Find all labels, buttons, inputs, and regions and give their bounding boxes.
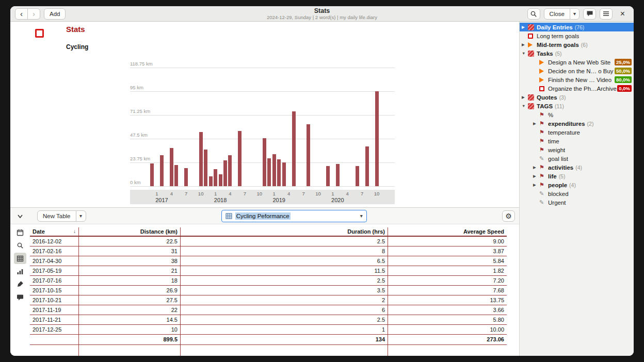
new-table-dropdown-button[interactable]: ▾ — [76, 210, 86, 222]
add-button[interactable]: Add — [44, 8, 66, 20]
tree-item-weight[interactable]: ⚑weight — [520, 145, 634, 154]
expander-icon[interactable]: ▶ — [522, 42, 528, 47]
column-header-duration-hrs[interactable]: Duration (hrs) — [181, 227, 388, 237]
forward-button[interactable]: › — [27, 8, 40, 20]
table-cell[interactable]: 3.5 — [181, 286, 388, 295]
table-cell[interactable]: 27.5 — [79, 295, 181, 305]
left-stack: Stats Cycling 0 km23.75 km47.5 km71.25 k… — [10, 22, 519, 356]
table-cell[interactable]: 2.5 — [181, 315, 388, 325]
table-cell[interactable]: 2016-12-02 — [30, 237, 79, 246]
annotation-view-button[interactable] — [14, 291, 26, 303]
table-cell[interactable]: 5.80 — [388, 315, 507, 325]
table-cell[interactable]: 7.68 — [388, 286, 507, 295]
chart-bar — [223, 160, 227, 186]
table-cell[interactable]: 6.5 — [181, 256, 388, 266]
tree-item-activities[interactable]: ▶⚑activities(4) — [520, 163, 634, 172]
table-cell[interactable]: 2.5 — [181, 276, 388, 286]
table-cell[interactable]: 22 — [79, 305, 181, 315]
expander-icon[interactable]: ▶ — [533, 165, 539, 170]
table-cell[interactable]: 1.82 — [388, 266, 507, 276]
table-cell[interactable]: 2 — [181, 295, 388, 305]
table-cell[interactable]: 9.00 — [388, 237, 507, 246]
tag-icon: ⚑ — [539, 120, 546, 127]
tree-item-decide-on-the-n-o-buy[interactable]: Decide on the N… o Buy50,0% — [520, 67, 634, 75]
expander-icon[interactable]: ▶ — [533, 121, 539, 126]
new-table-button[interactable]: New Table — [37, 210, 76, 222]
tree-item-finish-the-new-video[interactable]: Finish the New … Video80,0% — [520, 75, 634, 84]
table-cell[interactable]: 31 — [79, 246, 181, 256]
y-axis-label: 0 km — [130, 179, 144, 186]
table-cell[interactable]: 5.84 — [388, 256, 507, 266]
expander-icon[interactable]: ▶ — [522, 95, 528, 100]
table-cell[interactable]: 14.5 — [79, 315, 181, 325]
tree-item-blocked[interactable]: ✎blocked — [520, 189, 634, 198]
chart-gridline — [130, 91, 395, 92]
chart-view-button[interactable] — [14, 266, 26, 277]
tree-item-temperature[interactable]: ⚑temperature — [520, 128, 634, 137]
collapse-panel-button[interactable] — [14, 210, 26, 222]
tree-item-design-a-new-web-site[interactable]: Design a New Web Site25,0% — [520, 58, 634, 67]
table-cell[interactable]: 10 — [79, 325, 181, 335]
table-cell[interactable]: 2017-12-25 — [30, 325, 79, 335]
menu-button[interactable] — [600, 8, 613, 20]
table-cell[interactable]: 26.9 — [79, 286, 181, 295]
table-settings-button[interactable]: ⚙ — [502, 210, 515, 222]
tree-item-quotes[interactable]: ▶Quotes(3) — [520, 93, 634, 102]
table-cell[interactable]: 2017-11-19 — [30, 305, 79, 315]
tree-item-tags[interactable]: ▼TAGS(11) — [520, 102, 634, 110]
table-cell[interactable]: 2017-04-30 — [30, 256, 79, 266]
expander-icon[interactable]: ▼ — [522, 104, 528, 108]
close-dropdown-button[interactable]: ▾ — [570, 8, 579, 20]
entry-icon — [528, 103, 535, 109]
table-cell[interactable]: 13.75 — [388, 295, 507, 305]
tree-item-%[interactable]: ⚑% — [520, 110, 634, 119]
search-view-button[interactable] — [14, 240, 26, 251]
tree-item-goal-list[interactable]: ✎goal list — [520, 154, 634, 163]
table-cell[interactable]: 2017-07-16 — [30, 276, 79, 286]
column-header-date[interactable]: Date↓ — [30, 227, 79, 237]
table-cell[interactable]: 2017-11-21 — [30, 315, 79, 325]
back-button[interactable]: ‹ — [15, 8, 28, 20]
calendar-view-button[interactable] — [14, 227, 26, 238]
table-cell[interactable]: 22.5 — [79, 237, 181, 246]
expander-icon[interactable]: ▶ — [533, 183, 539, 187]
table-cell[interactable]: 3.66 — [388, 305, 507, 315]
table-cell[interactable]: 2017-10-21 — [30, 295, 79, 305]
table-cell[interactable]: 2017-02-16 — [30, 246, 79, 256]
table-cell[interactable]: 11.5 — [181, 266, 388, 276]
table-cell[interactable]: 10.00 — [388, 325, 507, 335]
tree-item-daily-entries[interactable]: ▶Daily Entries(76) — [520, 23, 634, 31]
table-cell[interactable]: 7.20 — [388, 276, 507, 286]
close-entry-button[interactable]: Close — [544, 8, 570, 20]
expander-icon[interactable]: ▶ — [522, 25, 528, 29]
tree-item-organize-the-ph-archive[interactable]: Organize the Ph…Archive0,0% — [520, 84, 634, 93]
table-cell[interactable]: 2017-05-19 — [30, 266, 79, 276]
tree-item-tasks[interactable]: ▼Tasks(5) — [520, 49, 634, 58]
theme-view-button[interactable] — [14, 278, 26, 290]
table-cell[interactable]: 38 — [79, 256, 181, 266]
tree-item-life[interactable]: ▶⚑life(5) — [520, 172, 634, 180]
table-selector-combo[interactable]: Cycling Peformance ▾ — [221, 210, 367, 222]
table-cell[interactable]: 1 — [181, 325, 388, 335]
table-cell[interactable]: 6 — [181, 305, 388, 315]
expander-icon[interactable]: ▶ — [533, 174, 539, 178]
tree-item-long-term-goals[interactable]: Long term goals — [520, 31, 634, 40]
expander-icon[interactable]: ▼ — [522, 51, 528, 56]
comment-button[interactable] — [583, 8, 596, 20]
search-button[interactable] — [527, 8, 540, 20]
table-cell[interactable]: 8 — [181, 246, 388, 256]
tree-item-mid-term-goals[interactable]: ▶Mid-term goals(6) — [520, 40, 634, 49]
tree-item-urgent[interactable]: ✎Urgent — [520, 198, 634, 207]
window-close-button[interactable]: × — [616, 8, 629, 20]
table-cell[interactable]: 18 — [79, 276, 181, 286]
tree-item-expenditures[interactable]: ▶⚑expenditures(2) — [520, 119, 634, 128]
column-header-average-speed[interactable]: Average Speed — [388, 227, 507, 237]
column-header-distance-km[interactable]: Distance (km) — [79, 227, 181, 237]
table-cell[interactable]: 2.5 — [181, 237, 388, 246]
table-cell[interactable]: 2017-10-15 — [30, 286, 79, 295]
tree-item-time[interactable]: ⚑time — [520, 137, 634, 145]
table-cell[interactable]: 3.87 — [388, 246, 507, 256]
table-view-button[interactable] — [14, 253, 26, 264]
table-cell[interactable]: 21 — [79, 266, 181, 276]
tree-item-people[interactable]: ▶⚑people(4) — [520, 180, 634, 189]
